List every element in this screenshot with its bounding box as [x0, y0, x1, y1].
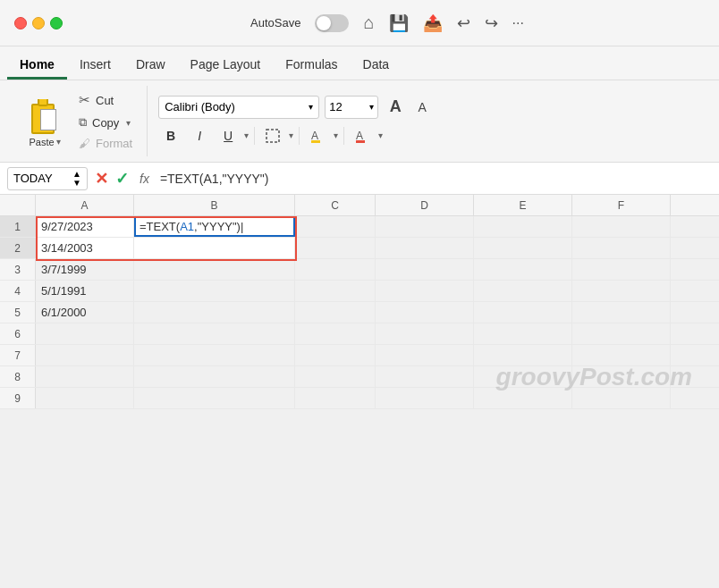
copy-dropdown-arrow[interactable]: ▾ — [126, 118, 131, 128]
cell-c1[interactable] — [295, 216, 376, 237]
more-options-icon[interactable]: ··· — [512, 15, 524, 31]
paste-dropdown-arrow[interactable]: ▾ — [56, 137, 61, 147]
font-color-button[interactable]: A — [350, 124, 375, 147]
border-button[interactable] — [260, 124, 285, 147]
cell-d9[interactable] — [376, 388, 474, 408]
upload-icon[interactable]: 📤 — [423, 13, 443, 33]
cell-f3[interactable] — [572, 259, 671, 280]
cell-a9[interactable] — [36, 388, 134, 408]
cell-e9[interactable] — [474, 388, 572, 408]
undo-icon[interactable]: ↩ — [457, 13, 470, 33]
confirm-button[interactable]: ✓ — [115, 169, 129, 189]
cell-a3[interactable]: 3/7/1999 — [36, 259, 134, 280]
cell-a1[interactable]: 9/27/2023 — [36, 216, 134, 237]
cell-f8[interactable] — [572, 366, 671, 387]
close-button[interactable] — [14, 17, 27, 29]
cell-d3[interactable] — [376, 259, 474, 280]
cell-b7[interactable] — [134, 345, 295, 365]
cell-f4[interactable] — [572, 281, 671, 301]
cell-a5[interactable]: 6/1/2000 — [36, 302, 134, 323]
cell-d7[interactable] — [376, 345, 474, 365]
font-name-select[interactable]: Calibri (Body) ▾ — [158, 96, 319, 119]
tab-home[interactable]: Home — [7, 52, 67, 80]
decrease-font-button[interactable]: A — [410, 96, 434, 119]
underline-button[interactable]: U — [216, 124, 241, 147]
cell-a4[interactable]: 5/1/1991 — [36, 281, 134, 301]
cell-e1[interactable] — [474, 216, 572, 237]
cell-c7[interactable] — [295, 345, 376, 365]
border-arrow[interactable]: ▾ — [289, 130, 293, 140]
cell-e5[interactable] — [474, 302, 572, 323]
cell-c3[interactable] — [295, 259, 376, 280]
save-icon[interactable]: 💾 — [389, 13, 409, 33]
cell-e8[interactable] — [474, 366, 572, 387]
cell-a8[interactable] — [36, 366, 134, 387]
cell-b3[interactable] — [134, 259, 295, 280]
font-size-select[interactable]: 12 ▾ — [325, 96, 378, 119]
increase-font-button[interactable]: A — [384, 96, 407, 119]
tab-page-layout[interactable]: Page Layout — [178, 52, 274, 80]
format-action[interactable]: 🖌 Format — [75, 135, 136, 152]
cell-b1-value: =TEXT(A1,"YYYY")| — [140, 220, 243, 233]
cell-e7[interactable] — [474, 345, 572, 365]
cell-b9[interactable] — [134, 388, 295, 408]
cell-b4[interactable] — [134, 281, 295, 301]
cell-d5[interactable] — [376, 302, 474, 323]
cell-c4[interactable] — [295, 281, 376, 301]
cell-d6[interactable] — [376, 323, 474, 344]
cell-f2[interactable] — [572, 238, 671, 258]
cell-f6[interactable] — [572, 323, 671, 344]
formula-controls: ✕ ✓ — [95, 169, 129, 189]
home-icon[interactable]: ⌂ — [363, 13, 374, 33]
cell-e6[interactable] — [474, 323, 572, 344]
cell-d8[interactable] — [376, 366, 474, 387]
cut-action[interactable]: ✂ Cut — [75, 90, 136, 110]
cell-e4[interactable] — [474, 281, 572, 301]
cell-a2[interactable]: 3/14/2003 — [36, 238, 134, 258]
cell-b5[interactable] — [134, 302, 295, 323]
bold-button[interactable]: B — [158, 124, 183, 147]
fill-color-arrow[interactable]: ▾ — [334, 130, 338, 140]
tab-insert[interactable]: Insert — [67, 52, 123, 80]
cell-f5[interactable] — [572, 302, 671, 323]
cell-f7[interactable] — [572, 345, 671, 365]
autosave-label: AutoSave — [250, 16, 300, 29]
cell-b6[interactable] — [134, 323, 295, 344]
tab-draw[interactable]: Draw — [123, 52, 178, 80]
fill-color-button[interactable]: A — [305, 124, 330, 147]
name-box[interactable]: TODAY ▲▼ — [7, 167, 88, 190]
paste-button[interactable]: Paste ▾ — [21, 92, 68, 151]
autosave-toggle[interactable] — [315, 14, 349, 32]
cell-d4[interactable] — [376, 281, 474, 301]
cell-e3[interactable] — [474, 259, 572, 280]
cell-c6[interactable] — [295, 323, 376, 344]
cell-b2[interactable] — [134, 238, 295, 258]
tab-formulas[interactable]: Formulas — [273, 52, 350, 80]
cell-b1[interactable]: =TEXT(A1,"YYYY")| — [134, 216, 295, 237]
cell-b8[interactable] — [134, 366, 295, 387]
italic-button[interactable]: I — [187, 124, 212, 147]
name-box-value: TODAY — [13, 172, 53, 185]
cell-f1[interactable] — [572, 216, 671, 237]
redo-icon[interactable]: ↪ — [485, 13, 498, 33]
formula-input[interactable]: =TEXT(A1,"YYYY") — [160, 172, 712, 186]
copy-action[interactable]: ⧉ Copy ▾ — [75, 113, 136, 131]
cancel-button[interactable]: ✕ — [95, 169, 108, 189]
font-color-arrow[interactable]: ▾ — [378, 130, 383, 140]
cell-c8[interactable] — [295, 366, 376, 387]
cell-e2[interactable] — [474, 238, 572, 258]
cell-d1[interactable] — [376, 216, 474, 237]
minimize-button[interactable] — [32, 17, 45, 29]
col-header-d: D — [376, 195, 474, 215]
cell-a3-value: 3/7/1999 — [41, 263, 87, 276]
cell-c9[interactable] — [295, 388, 376, 408]
cell-c2[interactable] — [295, 238, 376, 258]
cell-c5[interactable] — [295, 302, 376, 323]
cell-f9[interactable] — [572, 388, 671, 408]
tab-data[interactable]: Data — [351, 52, 402, 80]
cell-d2[interactable] — [376, 238, 474, 258]
cell-a7[interactable] — [36, 345, 134, 365]
underline-arrow[interactable]: ▾ — [244, 130, 249, 140]
cell-a6[interactable] — [36, 323, 134, 344]
maximize-button[interactable] — [50, 17, 63, 29]
